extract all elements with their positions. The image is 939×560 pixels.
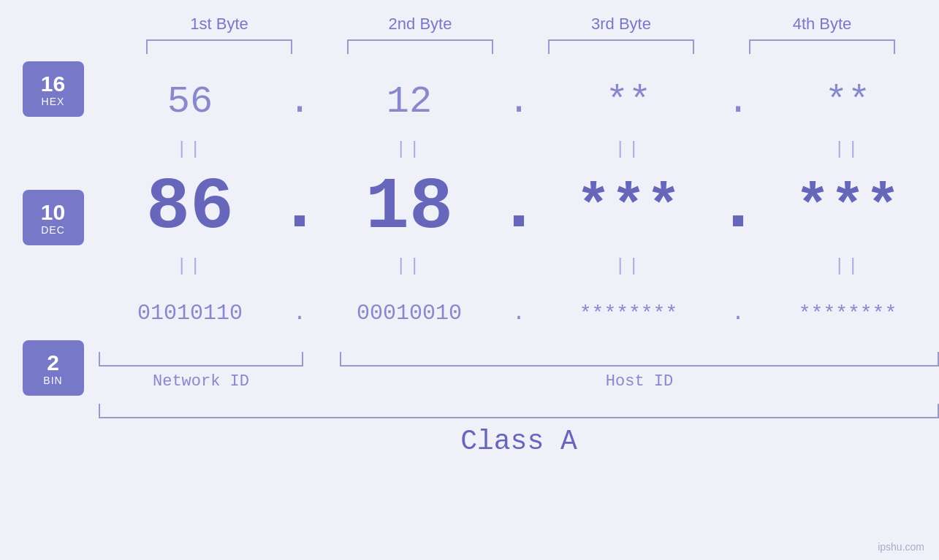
network-id-label: Network ID (99, 372, 303, 391)
bin-b4-cell: ******** (756, 302, 939, 325)
bottom-brackets (99, 352, 939, 367)
hex-dot2: . (501, 80, 537, 123)
bin-dot2: . (501, 301, 537, 326)
bracket-top-1 (146, 39, 292, 54)
hex-b1-cell: 56 (99, 80, 281, 123)
network-bracket (99, 352, 303, 367)
hex-b4-cell: ** (756, 80, 939, 123)
top-brackets (119, 39, 923, 54)
dec-b3-value: *** (576, 174, 681, 241)
hex-dot1: . (281, 80, 318, 123)
dec-b4-cell: *** (756, 174, 939, 241)
hex-b3-cell: ** (537, 80, 720, 123)
bin-badge: 2 BIN (23, 340, 84, 396)
hex-b3-value: ** (606, 80, 651, 123)
labels-column: 16 HEX 10 DEC 2 BIN (0, 61, 99, 396)
dec-b1-cell: 86 (99, 166, 281, 249)
bracket-top-2 (347, 39, 493, 54)
dec-b4-value: *** (795, 174, 900, 241)
byte3-header: 3rd Byte (541, 15, 702, 34)
hex-label: HEX (42, 96, 65, 107)
host-bracket (340, 352, 939, 367)
equals-row-2: || || || || (99, 251, 939, 280)
bin-dot1: . (281, 301, 318, 326)
bin-b2-value: 00010010 (357, 301, 462, 326)
bin-b2-cell: 00010010 (318, 301, 501, 326)
byte-headers: 1st Byte 2nd Byte 3rd Byte 4th Byte (119, 15, 923, 34)
dec-b2-cell: 18 (318, 166, 501, 249)
byte1-header: 1st Byte (139, 15, 300, 34)
bin-b1-cell: 01010110 (99, 301, 281, 326)
values-grid: 56 . 12 . ** . ** (99, 61, 939, 457)
bin-b4-value: ******** (799, 302, 897, 325)
dec-b1-value: 86 (146, 166, 234, 249)
hex-dot3: . (720, 80, 756, 123)
dec-number: 10 (41, 200, 65, 224)
hex-badge: 16 HEX (23, 61, 84, 117)
byte4-header: 4th Byte (742, 15, 902, 34)
dec-b3-cell: *** (537, 174, 720, 241)
bin-row: 01010110 . 00010010 . ******** . (99, 280, 939, 346)
main-container: 1st Byte 2nd Byte 3rd Byte 4th Byte 16 H… (0, 0, 939, 560)
dec-dot3: . (720, 178, 756, 237)
hex-b2-value: 12 (387, 80, 432, 123)
dec-badge: 10 DEC (23, 190, 84, 245)
bin-label: BIN (43, 375, 62, 386)
class-a-label: Class A (460, 426, 577, 457)
hex-number: 16 (41, 72, 65, 96)
hex-b2-cell: 12 (318, 80, 501, 123)
equals-row-1: || || || || (99, 134, 939, 164)
dec-dot2: . (501, 178, 537, 237)
dec-label: DEC (41, 224, 65, 236)
host-id-label: Host ID (340, 372, 939, 391)
watermark: ipshu.com (878, 541, 924, 553)
bracket-top-4 (749, 39, 895, 54)
main-content: 16 HEX 10 DEC 2 BIN 56 . (0, 61, 939, 457)
dec-b2-value: 18 (365, 166, 453, 249)
bin-b1-value: 01010110 (137, 301, 243, 326)
hex-b1-value: 56 (167, 80, 213, 123)
bin-number: 2 (47, 350, 59, 375)
bin-dot3: . (720, 301, 756, 326)
bottom-labels: Network ID Host ID (99, 372, 939, 391)
dec-row: 86 . 18 . *** . *** (99, 164, 939, 251)
byte2-header: 2nd Byte (340, 15, 501, 34)
hex-b4-value: ** (825, 80, 870, 123)
dec-dot1: . (281, 178, 318, 237)
bin-b3-cell: ******** (537, 302, 720, 325)
bin-b3-value: ******** (579, 302, 677, 325)
hex-row: 56 . 12 . ** . ** (99, 69, 939, 134)
bracket-top-3 (548, 39, 694, 54)
overall-bracket (99, 404, 939, 418)
